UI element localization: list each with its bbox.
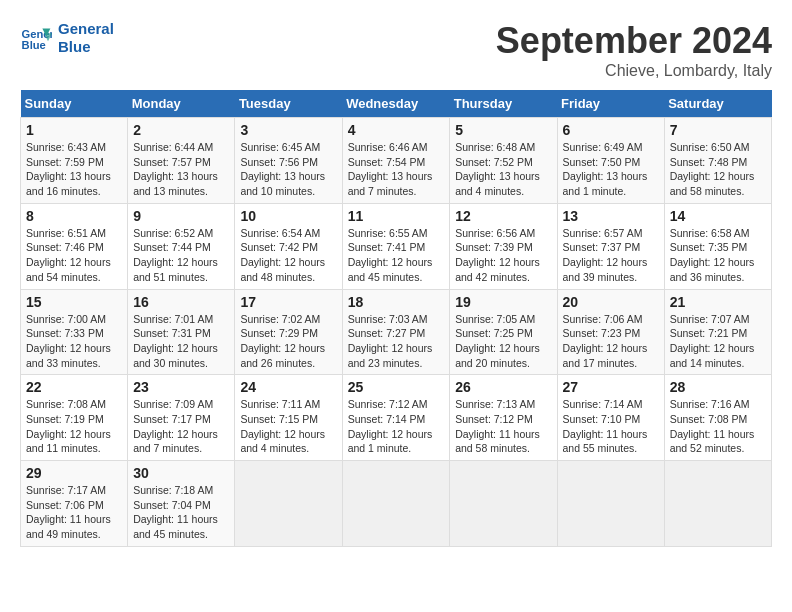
- day-info: Sunrise: 7:06 AM Sunset: 7:23 PM Dayligh…: [563, 312, 659, 371]
- day-info: Sunrise: 6:51 AM Sunset: 7:46 PM Dayligh…: [26, 226, 122, 285]
- day-number: 26: [455, 379, 551, 395]
- calendar-cell: 10Sunrise: 6:54 AM Sunset: 7:42 PM Dayli…: [235, 203, 342, 289]
- calendar-cell: 29Sunrise: 7:17 AM Sunset: 7:06 PM Dayli…: [21, 461, 128, 547]
- day-info: Sunrise: 6:54 AM Sunset: 7:42 PM Dayligh…: [240, 226, 336, 285]
- calendar-week-2: 8Sunrise: 6:51 AM Sunset: 7:46 PM Daylig…: [21, 203, 772, 289]
- weekday-header-sunday: Sunday: [21, 90, 128, 118]
- month-title: September 2024: [496, 20, 772, 62]
- day-info: Sunrise: 7:14 AM Sunset: 7:10 PM Dayligh…: [563, 397, 659, 456]
- location-subtitle: Chieve, Lombardy, Italy: [496, 62, 772, 80]
- day-info: Sunrise: 6:43 AM Sunset: 7:59 PM Dayligh…: [26, 140, 122, 199]
- calendar-cell: 2Sunrise: 6:44 AM Sunset: 7:57 PM Daylig…: [128, 118, 235, 204]
- day-number: 13: [563, 208, 659, 224]
- calendar-cell: 9Sunrise: 6:52 AM Sunset: 7:44 PM Daylig…: [128, 203, 235, 289]
- day-info: Sunrise: 7:03 AM Sunset: 7:27 PM Dayligh…: [348, 312, 445, 371]
- day-info: Sunrise: 6:44 AM Sunset: 7:57 PM Dayligh…: [133, 140, 229, 199]
- day-info: Sunrise: 6:45 AM Sunset: 7:56 PM Dayligh…: [240, 140, 336, 199]
- day-info: Sunrise: 7:00 AM Sunset: 7:33 PM Dayligh…: [26, 312, 122, 371]
- day-info: Sunrise: 7:02 AM Sunset: 7:29 PM Dayligh…: [240, 312, 336, 371]
- day-info: Sunrise: 7:12 AM Sunset: 7:14 PM Dayligh…: [348, 397, 445, 456]
- weekday-header-friday: Friday: [557, 90, 664, 118]
- calendar-cell: 11Sunrise: 6:55 AM Sunset: 7:41 PM Dayli…: [342, 203, 450, 289]
- calendar-cell: 27Sunrise: 7:14 AM Sunset: 7:10 PM Dayli…: [557, 375, 664, 461]
- weekday-header-wednesday: Wednesday: [342, 90, 450, 118]
- day-info: Sunrise: 7:13 AM Sunset: 7:12 PM Dayligh…: [455, 397, 551, 456]
- calendar-cell: 28Sunrise: 7:16 AM Sunset: 7:08 PM Dayli…: [664, 375, 771, 461]
- calendar-cell: 16Sunrise: 7:01 AM Sunset: 7:31 PM Dayli…: [128, 289, 235, 375]
- calendar-cell: 5Sunrise: 6:48 AM Sunset: 7:52 PM Daylig…: [450, 118, 557, 204]
- logo-line2: Blue: [58, 38, 114, 56]
- weekday-header-thursday: Thursday: [450, 90, 557, 118]
- weekday-header-monday: Monday: [128, 90, 235, 118]
- day-info: Sunrise: 6:50 AM Sunset: 7:48 PM Dayligh…: [670, 140, 766, 199]
- day-number: 1: [26, 122, 122, 138]
- day-number: 7: [670, 122, 766, 138]
- day-number: 17: [240, 294, 336, 310]
- calendar-cell: 21Sunrise: 7:07 AM Sunset: 7:21 PM Dayli…: [664, 289, 771, 375]
- day-number: 21: [670, 294, 766, 310]
- day-info: Sunrise: 7:01 AM Sunset: 7:31 PM Dayligh…: [133, 312, 229, 371]
- calendar-cell: [557, 461, 664, 547]
- day-number: 14: [670, 208, 766, 224]
- calendar-cell: 26Sunrise: 7:13 AM Sunset: 7:12 PM Dayli…: [450, 375, 557, 461]
- day-number: 28: [670, 379, 766, 395]
- weekday-header-tuesday: Tuesday: [235, 90, 342, 118]
- calendar-cell: [235, 461, 342, 547]
- calendar-cell: 1Sunrise: 6:43 AM Sunset: 7:59 PM Daylig…: [21, 118, 128, 204]
- day-number: 15: [26, 294, 122, 310]
- day-info: Sunrise: 7:18 AM Sunset: 7:04 PM Dayligh…: [133, 483, 229, 542]
- title-block: September 2024 Chieve, Lombardy, Italy: [496, 20, 772, 80]
- day-number: 30: [133, 465, 229, 481]
- calendar-cell: 8Sunrise: 6:51 AM Sunset: 7:46 PM Daylig…: [21, 203, 128, 289]
- page-header: General Blue General Blue September 2024…: [20, 20, 772, 80]
- logo-line1: General: [58, 20, 114, 38]
- day-info: Sunrise: 7:11 AM Sunset: 7:15 PM Dayligh…: [240, 397, 336, 456]
- calendar-cell: 12Sunrise: 6:56 AM Sunset: 7:39 PM Dayli…: [450, 203, 557, 289]
- day-number: 2: [133, 122, 229, 138]
- calendar-cell: 25Sunrise: 7:12 AM Sunset: 7:14 PM Dayli…: [342, 375, 450, 461]
- day-number: 22: [26, 379, 122, 395]
- calendar-cell: 7Sunrise: 6:50 AM Sunset: 7:48 PM Daylig…: [664, 118, 771, 204]
- calendar-cell: 15Sunrise: 7:00 AM Sunset: 7:33 PM Dayli…: [21, 289, 128, 375]
- day-info: Sunrise: 7:16 AM Sunset: 7:08 PM Dayligh…: [670, 397, 766, 456]
- calendar-body: 1Sunrise: 6:43 AM Sunset: 7:59 PM Daylig…: [21, 118, 772, 547]
- day-info: Sunrise: 6:49 AM Sunset: 7:50 PM Dayligh…: [563, 140, 659, 199]
- day-info: Sunrise: 7:17 AM Sunset: 7:06 PM Dayligh…: [26, 483, 122, 542]
- day-number: 27: [563, 379, 659, 395]
- day-info: Sunrise: 6:58 AM Sunset: 7:35 PM Dayligh…: [670, 226, 766, 285]
- day-number: 5: [455, 122, 551, 138]
- day-number: 29: [26, 465, 122, 481]
- day-number: 8: [26, 208, 122, 224]
- day-number: 11: [348, 208, 445, 224]
- logo-icon: General Blue: [20, 22, 52, 54]
- day-info: Sunrise: 7:08 AM Sunset: 7:19 PM Dayligh…: [26, 397, 122, 456]
- day-number: 25: [348, 379, 445, 395]
- calendar-cell: 14Sunrise: 6:58 AM Sunset: 7:35 PM Dayli…: [664, 203, 771, 289]
- weekday-header-row: SundayMondayTuesdayWednesdayThursdayFrid…: [21, 90, 772, 118]
- day-number: 3: [240, 122, 336, 138]
- calendar-cell: 18Sunrise: 7:03 AM Sunset: 7:27 PM Dayli…: [342, 289, 450, 375]
- calendar-cell: 30Sunrise: 7:18 AM Sunset: 7:04 PM Dayli…: [128, 461, 235, 547]
- calendar-cell: 6Sunrise: 6:49 AM Sunset: 7:50 PM Daylig…: [557, 118, 664, 204]
- logo: General Blue General Blue: [20, 20, 114, 56]
- calendar-cell: 4Sunrise: 6:46 AM Sunset: 7:54 PM Daylig…: [342, 118, 450, 204]
- day-number: 9: [133, 208, 229, 224]
- day-info: Sunrise: 6:56 AM Sunset: 7:39 PM Dayligh…: [455, 226, 551, 285]
- day-info: Sunrise: 6:55 AM Sunset: 7:41 PM Dayligh…: [348, 226, 445, 285]
- day-info: Sunrise: 6:46 AM Sunset: 7:54 PM Dayligh…: [348, 140, 445, 199]
- day-number: 23: [133, 379, 229, 395]
- day-info: Sunrise: 7:09 AM Sunset: 7:17 PM Dayligh…: [133, 397, 229, 456]
- calendar-cell: 13Sunrise: 6:57 AM Sunset: 7:37 PM Dayli…: [557, 203, 664, 289]
- weekday-header-saturday: Saturday: [664, 90, 771, 118]
- day-number: 19: [455, 294, 551, 310]
- calendar-week-5: 29Sunrise: 7:17 AM Sunset: 7:06 PM Dayli…: [21, 461, 772, 547]
- day-number: 4: [348, 122, 445, 138]
- calendar-cell: 3Sunrise: 6:45 AM Sunset: 7:56 PM Daylig…: [235, 118, 342, 204]
- day-number: 16: [133, 294, 229, 310]
- calendar-week-1: 1Sunrise: 6:43 AM Sunset: 7:59 PM Daylig…: [21, 118, 772, 204]
- calendar-cell: [342, 461, 450, 547]
- calendar-cell: 22Sunrise: 7:08 AM Sunset: 7:19 PM Dayli…: [21, 375, 128, 461]
- day-info: Sunrise: 7:07 AM Sunset: 7:21 PM Dayligh…: [670, 312, 766, 371]
- calendar-cell: 19Sunrise: 7:05 AM Sunset: 7:25 PM Dayli…: [450, 289, 557, 375]
- day-info: Sunrise: 7:05 AM Sunset: 7:25 PM Dayligh…: [455, 312, 551, 371]
